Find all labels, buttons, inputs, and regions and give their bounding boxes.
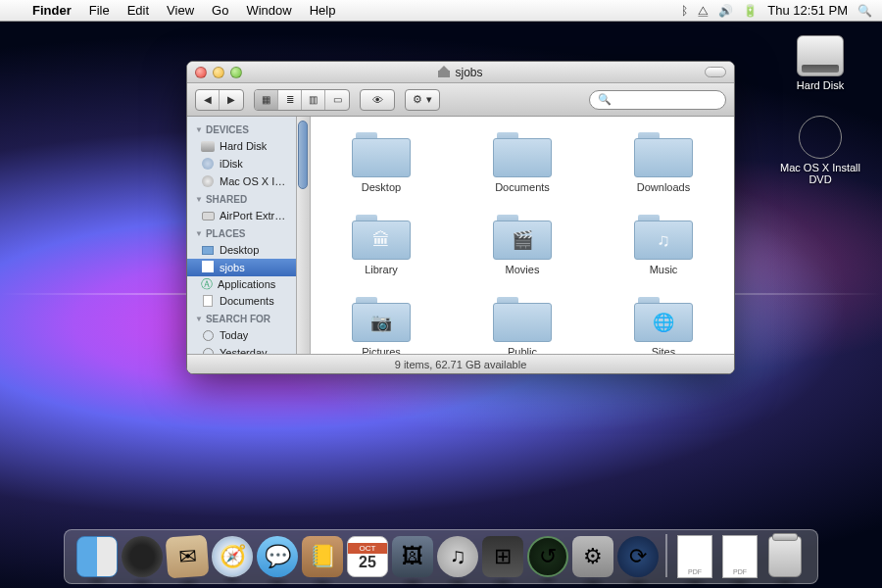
dock: ✉ 🧭 💬 📒 OCT25 🖼 ♫ ⊞ ↺ ⚙ ⟳ <box>64 529 818 584</box>
sidebar-item-documents[interactable]: Documents <box>187 292 296 310</box>
bluetooth-icon[interactable]: ᛒ <box>681 4 688 18</box>
sidebar-section-shared[interactable]: ▼SHARED <box>187 190 296 207</box>
window-title: sjobs <box>187 66 734 79</box>
dock-mail[interactable]: ✉ <box>166 535 210 579</box>
desktop-hard-disk[interactable]: Hard Disk <box>776 35 864 91</box>
menu-edit[interactable]: Edit <box>119 0 158 22</box>
menu-view[interactable]: View <box>158 0 203 22</box>
battery-icon[interactable]: 🔋 <box>743 4 758 18</box>
folder-downloads[interactable]: Downloads <box>614 130 712 193</box>
folder-pictures[interactable]: 📷Pictures <box>332 295 430 354</box>
finder-content[interactable]: DesktopDocumentsDownloads🏛Library🎬Movies… <box>311 117 734 354</box>
sidebar-item-idisk[interactable]: iDisk <box>187 155 296 172</box>
dock-itunes[interactable]: ♫ <box>437 536 478 577</box>
window-titlebar[interactable]: sjobs <box>187 62 734 83</box>
back-button[interactable]: ◀ <box>196 90 220 110</box>
desktop-install-dvd[interactable]: Mac OS X Install DVD <box>776 116 864 185</box>
folder-icon <box>352 130 411 177</box>
list-view-button[interactable]: ≣ <box>278 90 302 110</box>
sidebar-item-airport[interactable]: AirPort Extreme <box>187 207 296 224</box>
folder-documents[interactable]: Documents <box>473 130 571 193</box>
folder-icon <box>493 295 552 342</box>
app-menu[interactable]: Finder <box>24 0 80 22</box>
hard-disk-icon <box>797 35 844 76</box>
dock-trash[interactable] <box>764 536 806 577</box>
zoom-button[interactable] <box>230 67 242 78</box>
wifi-icon[interactable]: ⧋ <box>698 4 709 18</box>
dock-ical[interactable]: OCT25 <box>347 536 388 577</box>
sidebar-section-devices[interactable]: ▼DEVICES <box>187 121 296 137</box>
minimize-button[interactable] <box>213 67 224 78</box>
sidebar-item-hard-disk[interactable]: Hard Disk <box>187 137 296 155</box>
dock-separator <box>665 534 667 577</box>
nav-buttons: ◀ ▶ <box>195 89 244 111</box>
menu-window[interactable]: Window <box>237 0 300 22</box>
dock-preview[interactable]: 🖼 <box>392 536 433 577</box>
dock-sync[interactable]: ⟳ <box>617 536 659 577</box>
folder-label: Pictures <box>362 346 401 354</box>
action-button[interactable]: ⚙ ▾ <box>405 89 440 111</box>
menubar: Finder File Edit View Go Window Help ᛒ ⧋… <box>0 0 882 22</box>
folder-label: Desktop <box>362 181 401 193</box>
sidebar-item-desktop[interactable]: Desktop <box>187 241 296 259</box>
sidebar-item-yesterday[interactable]: Yesterday <box>187 344 296 354</box>
scrollbar-thumb[interactable] <box>298 121 308 189</box>
finder-window: sjobs ◀ ▶ ▦ ≣ ▥ ▭ 👁 ⚙ ▾ 🔍 ▼DEVICES Hard … <box>186 61 735 374</box>
folder-icon: 📷 <box>352 295 411 342</box>
menu-help[interactable]: Help <box>301 0 345 22</box>
folder-icon <box>634 130 693 177</box>
dock-safari[interactable]: 🧭 <box>212 536 253 577</box>
sidebar-item-today[interactable]: Today <box>187 326 296 344</box>
folder-label: Library <box>365 264 398 275</box>
search-field[interactable]: 🔍 <box>589 90 726 110</box>
dock-time-machine[interactable]: ↺ <box>527 536 568 577</box>
desktop-icon-label: Mac OS X Install DVD <box>776 162 864 185</box>
dock-spaces[interactable]: ⊞ <box>482 536 523 577</box>
spotlight-icon[interactable]: 🔍 <box>858 4 872 18</box>
folder-desktop[interactable]: Desktop <box>332 130 430 193</box>
folder-movies[interactable]: 🎬Movies <box>473 213 571 275</box>
dock-address-book[interactable]: 📒 <box>302 536 343 577</box>
dock-dashboard[interactable] <box>122 536 163 577</box>
folder-icon: 🏛 <box>352 213 411 260</box>
sidebar-item-install-dvd[interactable]: Mac OS X I… <box>187 172 296 190</box>
dock-document-1[interactable] <box>674 536 715 577</box>
toolbar-toggle-button[interactable] <box>705 67 726 77</box>
menubar-clock[interactable]: Thu 12:51 PM <box>767 0 848 22</box>
desktop-icon-label: Hard Disk <box>797 79 844 91</box>
sidebar-scrollbar[interactable] <box>296 117 310 354</box>
sidebar-section-places[interactable]: ▼PLACES <box>187 224 296 241</box>
icon-view-button[interactable]: ▦ <box>255 90 278 110</box>
dock-document-2[interactable] <box>719 536 760 577</box>
status-bar: 9 items, 62.71 GB available <box>187 354 734 373</box>
coverflow-view-button[interactable]: ▭ <box>325 90 349 110</box>
close-button[interactable] <box>195 67 207 78</box>
trash-icon <box>768 536 802 577</box>
sidebar-item-applications[interactable]: ⒶApplications <box>187 276 296 292</box>
folder-icon: ♫ <box>634 213 693 260</box>
folder-label: Downloads <box>637 181 690 193</box>
quick-look-button[interactable]: 👁 <box>360 89 395 111</box>
folder-public[interactable]: Public <box>473 295 571 354</box>
dock-finder[interactable] <box>76 536 118 577</box>
volume-icon[interactable]: 🔊 <box>718 4 733 18</box>
folder-library[interactable]: 🏛Library <box>332 213 430 275</box>
folder-label: Documents <box>495 181 550 193</box>
sidebar-item-home[interactable]: sjobs <box>187 259 296 276</box>
folder-music[interactable]: ♫Music <box>614 213 712 275</box>
dock-ichat[interactable]: 💬 <box>257 536 298 577</box>
folder-icon <box>493 130 552 177</box>
column-view-button[interactable]: ▥ <box>302 90 325 110</box>
folder-label: Public <box>508 346 537 354</box>
menu-file[interactable]: File <box>80 0 119 22</box>
dvd-icon <box>799 116 842 159</box>
folder-icon: 🌐 <box>634 295 693 342</box>
dock-system-preferences[interactable]: ⚙ <box>572 536 613 577</box>
search-input[interactable] <box>612 94 732 106</box>
forward-button[interactable]: ▶ <box>220 90 243 110</box>
menu-go[interactable]: Go <box>203 0 237 22</box>
folder-label: Music <box>650 264 678 275</box>
folder-sites[interactable]: 🌐Sites <box>614 295 712 354</box>
sidebar-section-search[interactable]: ▼SEARCH FOR <box>187 310 296 326</box>
view-switcher: ▦ ≣ ▥ ▭ <box>254 89 350 111</box>
